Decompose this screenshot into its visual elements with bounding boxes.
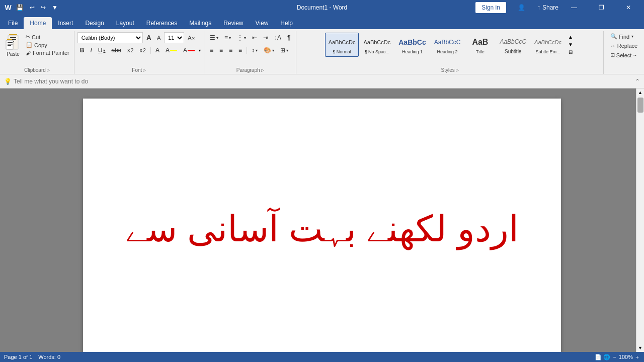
tab-help[interactable]: Help (274, 17, 299, 29)
tab-layout[interactable]: Layout (110, 17, 140, 29)
multilevel-list-button[interactable]: ⋮▾ (234, 32, 249, 43)
styles-more[interactable]: ⊟ (567, 48, 574, 56)
editing-group: 🔍 Find ▾ ↔ Replace ⊡ Select ~ Editing (604, 31, 644, 74)
styles-content: AaBbCcDc ¶ Normal AaBbCcDc ¶ No Spac... … (325, 32, 575, 66)
collapse-ribbon-button[interactable]: ⌃ (635, 78, 640, 85)
minimize-button[interactable]: — (562, 0, 586, 15)
style-normal-label: ¶ Normal (333, 49, 351, 54)
account-icon[interactable]: 👤 (510, 0, 533, 15)
style-subtle-emphasis-preview: AaBbCcDc (534, 35, 561, 49)
bullet-list-button[interactable]: ☰▾ (207, 32, 221, 43)
tell-me-input[interactable] (14, 78, 114, 85)
font-shrink-button[interactable]: A (155, 32, 163, 43)
shading-button[interactable]: 🎨▾ (261, 45, 277, 56)
style-subtle-emphasis[interactable]: AaBbCcDc Subtle Em... (531, 33, 565, 57)
style-subtitle[interactable]: AaBbCcC Subtitle (496, 32, 530, 57)
line-spacing-button[interactable]: ↕▾ (249, 45, 260, 56)
select-button[interactable]: ⊡ Select ~ (608, 51, 639, 59)
undo-button[interactable]: ↩ (28, 3, 37, 12)
document-area: ▲ ▼ اردو لکھنے بہت آسانی سے (0, 88, 644, 352)
style-heading2[interactable]: AaBbCcC Heading 2 (431, 33, 464, 57)
clipboard-group: Paste ✂ Cut 📋 Copy 🖌 Format Painter Clip… (0, 31, 74, 74)
tab-references[interactable]: References (140, 17, 183, 29)
borders-button[interactable]: ⊞▾ (278, 45, 291, 56)
font-grow-button[interactable]: A (144, 32, 153, 43)
justify-button[interactable]: ≡ (236, 45, 245, 56)
replace-button[interactable]: ↔ Replace (608, 42, 639, 50)
quick-access-more[interactable]: ▼ (50, 3, 60, 12)
save-button[interactable]: 💾 (14, 3, 26, 12)
copy-button[interactable]: 📋 Copy (24, 41, 71, 49)
sign-in-button[interactable]: Sign in (475, 2, 506, 13)
paragraph-row2: ≡ ≡ ≡ ≡ ↕▾ 🎨▾ ⊞▾ (207, 45, 291, 56)
styles-scroll-up[interactable]: ▲ (567, 33, 574, 41)
share-button[interactable]: ↑ Share (537, 4, 558, 11)
zoom-in-button[interactable]: ＋ (634, 353, 640, 361)
scroll-down-button[interactable]: ▼ (636, 344, 645, 352)
font-size-select[interactable]: 11 (164, 32, 184, 43)
paragraph-row1: ☰▾ ≡▾ ⋮▾ ⇤ ⇥ ↕A ¶ (207, 32, 293, 43)
superscript-button[interactable]: x2 (137, 45, 148, 56)
underline-button[interactable]: U▾ (96, 45, 108, 56)
styles-scroll-down[interactable]: ▼ (567, 41, 574, 48)
text-effects-button[interactable]: A (153, 45, 162, 56)
styles-expand[interactable]: ▷ (456, 68, 459, 72)
scroll-thumb[interactable] (637, 98, 643, 113)
strikethrough-button[interactable]: abc (109, 45, 123, 56)
tab-insert[interactable]: Insert (52, 17, 79, 29)
style-normal[interactable]: AaBbCcDc ¶ Normal (325, 33, 359, 57)
italic-button[interactable]: I (88, 45, 94, 56)
font-color-arrow[interactable]: ▾ (199, 48, 201, 53)
paragraph-expand[interactable]: ▷ (261, 68, 264, 72)
tab-view[interactable]: View (250, 17, 275, 29)
show-marks-button[interactable]: ¶ (285, 32, 293, 43)
clear-format-button[interactable]: A✕ (186, 32, 197, 43)
tab-home[interactable]: Home (24, 17, 52, 29)
vertical-scrollbar[interactable]: ▲ ▼ (636, 88, 644, 352)
align-right-button[interactable]: ≡ (226, 45, 235, 56)
increase-indent-button[interactable]: ⇥ (261, 32, 271, 43)
status-bar: Page 1 of 1 Words: 0 📄 🌐 － 100% ＋ (0, 352, 644, 362)
format-painter-button[interactable]: 🖌 Format Painter (24, 49, 71, 56)
tab-design[interactable]: Design (79, 17, 110, 29)
style-title[interactable]: AaB Title (465, 33, 495, 57)
bold-button[interactable]: B (77, 45, 87, 56)
tell-me-bar: 💡 ⌃ (0, 74, 644, 88)
web-layout-button[interactable]: 🌐 (603, 354, 610, 360)
style-heading1[interactable]: AaBbCc Heading 1 (395, 33, 429, 57)
find-button[interactable]: 🔍 Find ▾ (608, 32, 639, 41)
divider2 (247, 47, 247, 54)
style-title-label: Title (476, 49, 485, 54)
style-nospacing[interactable]: AaBbCcDc ¶ No Spac... (360, 33, 394, 57)
style-heading2-label: Heading 2 (437, 49, 458, 54)
title-bar-right: Sign in 👤 ↑ Share — ❐ ✕ (475, 0, 640, 15)
style-heading1-label: Heading 1 (402, 49, 423, 54)
sort-button[interactable]: ↕A (272, 32, 284, 43)
subscript-button[interactable]: x2 (125, 45, 136, 56)
tab-file[interactable]: File (2, 17, 24, 29)
scroll-up-button[interactable]: ▲ (636, 88, 645, 97)
redo-button[interactable]: ↪ (39, 3, 48, 12)
align-center-button[interactable]: ≡ (217, 45, 225, 56)
style-subtle-emphasis-label: Subtle Em... (535, 49, 560, 54)
styles-items: AaBbCcDc ¶ Normal AaBbCcDc ¶ No Spac... … (325, 32, 565, 57)
zoom-out-button[interactable]: － (612, 353, 617, 361)
cut-button[interactable]: ✂ Cut (24, 33, 71, 41)
urdu-text[interactable]: اردو لکھنے بہت آسانی سے (125, 206, 518, 253)
clipboard-expand[interactable]: ▷ (47, 68, 50, 72)
tab-mailings[interactable]: Mailings (183, 17, 217, 29)
font-color-button[interactable]: A (181, 45, 197, 56)
svg-rect-2 (10, 37, 16, 38)
print-layout-button[interactable]: 📄 (595, 354, 602, 360)
close-button[interactable]: ✕ (617, 0, 640, 15)
align-left-button[interactable]: ≡ (207, 45, 216, 56)
paste-button[interactable]: Paste (3, 32, 23, 58)
font-expand[interactable]: ▷ (143, 68, 146, 72)
decrease-indent-button[interactable]: ⇤ (250, 32, 260, 43)
restore-button[interactable]: ❐ (590, 0, 613, 15)
svg-rect-6 (7, 39, 12, 40)
highlight-button[interactable]: A (163, 45, 180, 56)
tab-review[interactable]: Review (217, 17, 249, 29)
numbered-list-button[interactable]: ≡▾ (222, 32, 233, 43)
font-name-select[interactable]: Calibri (Body) (77, 32, 143, 43)
